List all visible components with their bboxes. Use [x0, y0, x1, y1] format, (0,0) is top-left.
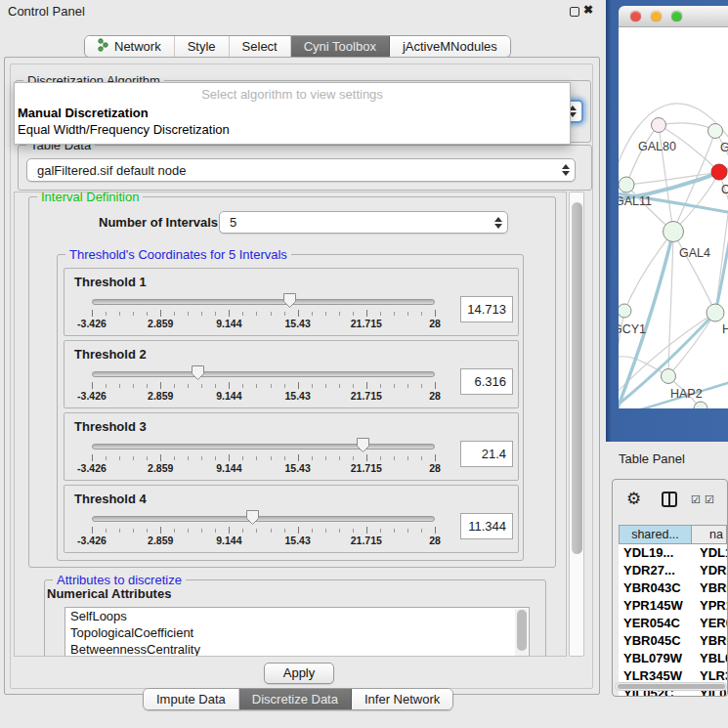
numerical-attributes-list[interactable]: SelfLoopsTopologicalCoefficientBetweenne…	[64, 607, 530, 657]
minor-tick	[407, 384, 408, 388]
threshold-slider-thumb[interactable]	[191, 364, 205, 381]
attribute-item-betweennesscentrality[interactable]: BetweennessCentrality	[65, 641, 529, 657]
split-columns-icon[interactable]	[662, 492, 677, 507]
tab-cyni-toolbox[interactable]: Cyni Toolbox	[291, 36, 390, 57]
network-edge-thick[interactable]	[715, 228, 728, 313]
number-of-intervals-combobox[interactable]: 5	[219, 211, 508, 234]
minor-tick	[380, 312, 381, 316]
threshold-slider-track[interactable]	[92, 371, 435, 377]
tab-style[interactable]: Style	[175, 36, 230, 57]
tab-network[interactable]: Network	[85, 36, 175, 57]
tab-discretize-data[interactable]: Discretize Data	[239, 689, 352, 709]
tab-impute-data[interactable]: Impute Data	[144, 689, 239, 709]
minor-tick	[325, 529, 326, 533]
network-window-titlebar	[619, 6, 728, 27]
table-row[interactable]: YBL079WYBL0	[619, 650, 727, 667]
cell-name: YBL0	[692, 650, 727, 667]
minimize-traffic-light[interactable]	[651, 11, 662, 21]
threshold-slider-thumb[interactable]	[282, 292, 297, 309]
threshold-value-field[interactable]: 6.316	[460, 368, 513, 395]
threshold-label: Threshold 2	[74, 347, 147, 362]
minor-tick	[174, 529, 175, 533]
network-edge[interactable]	[673, 232, 715, 313]
minor-tick	[133, 529, 134, 533]
close-icon[interactable]: ✖	[583, 3, 593, 17]
threshold-slider-thumb[interactable]	[245, 509, 260, 526]
minor-tick	[339, 312, 340, 316]
threshold-slider-track[interactable]	[92, 516, 435, 522]
minor-tick	[215, 456, 216, 460]
table-row[interactable]: YBR043CYBR0	[619, 579, 727, 597]
minor-tick	[119, 312, 120, 316]
tab-label: Network	[114, 39, 161, 54]
column-header-shared-[interactable]: shared...	[619, 525, 692, 544]
network-node[interactable]	[711, 164, 727, 180]
minor-tick	[339, 529, 340, 533]
major-tick	[298, 454, 299, 461]
attributes-group-label: Attributes to discretize	[53, 573, 186, 587]
gear-icon[interactable]: ⚙	[626, 489, 641, 509]
network-node[interactable]	[619, 177, 634, 193]
apply-button[interactable]: Apply	[264, 663, 334, 684]
list-scrollbar[interactable]	[515, 609, 528, 657]
algorithm-option-equal-width-frequency-discretization[interactable]: Equal Width/Frequency Discretization	[15, 121, 570, 138]
zoom-traffic-light[interactable]	[671, 11, 682, 21]
cell-shared-name: YBR045C	[619, 632, 692, 650]
table-row[interactable]: YBR045CYBR0	[619, 632, 727, 650]
attribute-item-selfloops[interactable]: SelfLoops	[65, 608, 529, 624]
network-node[interactable]	[664, 222, 684, 242]
major-tick	[435, 527, 436, 534]
network-node[interactable]	[652, 118, 666, 133]
threshold-row: Threshold 2 -3.4262.8599.14415.4321.7152…	[64, 340, 519, 408]
network-node[interactable]	[662, 369, 676, 384]
minor-tick	[174, 384, 175, 388]
threshold-slider-track[interactable]	[92, 299, 435, 305]
table-data-combobox[interactable]: galFiltered.sif default node	[26, 158, 576, 182]
threshold-value-field[interactable]: 14.713	[460, 296, 513, 322]
minor-tick	[188, 384, 189, 388]
table-horizontal-scrollbar[interactable]	[615, 682, 727, 691]
network-node[interactable]	[708, 124, 723, 139]
close-traffic-light[interactable]	[630, 11, 641, 21]
settings-vertical-scrollbar[interactable]	[569, 192, 584, 657]
minor-tick	[325, 456, 326, 460]
table-row[interactable]: YER054CYER0	[619, 615, 727, 632]
table-row[interactable]: YDL19...YDL1	[619, 544, 727, 562]
column-header-na[interactable]: na	[692, 525, 727, 544]
network-edge[interactable]	[626, 125, 659, 185]
table-row[interactable]: YPR145WYPR1	[619, 597, 727, 615]
network-node[interactable]	[707, 304, 724, 321]
minor-tick	[242, 456, 243, 460]
algorithm-option-manual-discretization[interactable]: Manual Discretization	[15, 105, 570, 121]
number-of-intervals-label: Number of Intervals	[99, 215, 218, 230]
float-panel-icon[interactable]	[570, 7, 579, 17]
attribute-item-topologicalcoefficient[interactable]: TopologicalCoefficient	[65, 624, 529, 641]
tab-infer-network[interactable]: Infer Network	[352, 689, 452, 709]
network-node[interactable]	[619, 304, 631, 318]
checkbox-icon[interactable]: ☑	[691, 493, 701, 506]
threshold-value-field[interactable]: 11.344	[460, 513, 513, 539]
minor-tick	[215, 529, 216, 533]
tab-select[interactable]: Select	[230, 36, 291, 57]
minor-tick	[188, 529, 189, 533]
network-edge[interactable]	[624, 232, 673, 311]
tab-jactivemnodules[interactable]: jActiveMNodules	[390, 36, 510, 57]
threshold-slider-track[interactable]	[92, 444, 435, 450]
tick-label: 2.859	[136, 535, 185, 546]
threshold-value-field[interactable]: 21.4	[460, 441, 513, 467]
threshold-slider-thumb[interactable]	[356, 437, 370, 453]
minor-tick	[242, 529, 243, 533]
table-row[interactable]: YDR27...YDR2	[619, 562, 727, 579]
cell-name: YDL1	[692, 544, 727, 562]
major-tick	[435, 454, 436, 461]
checkbox-icon[interactable]: ☑	[705, 493, 714, 506]
minor-tick	[421, 529, 422, 533]
tick-label: -3.426	[67, 535, 116, 546]
minor-tick	[380, 529, 381, 533]
minor-tick	[242, 312, 243, 316]
minor-tick	[188, 312, 189, 316]
cell-shared-name: YBL079W	[619, 650, 692, 667]
tick-label: 21.715	[342, 318, 391, 329]
node-label: G	[720, 141, 728, 154]
network-canvas[interactable]: GAL80GCGAL11GAL4GCY1HHAP2	[619, 27, 728, 408]
